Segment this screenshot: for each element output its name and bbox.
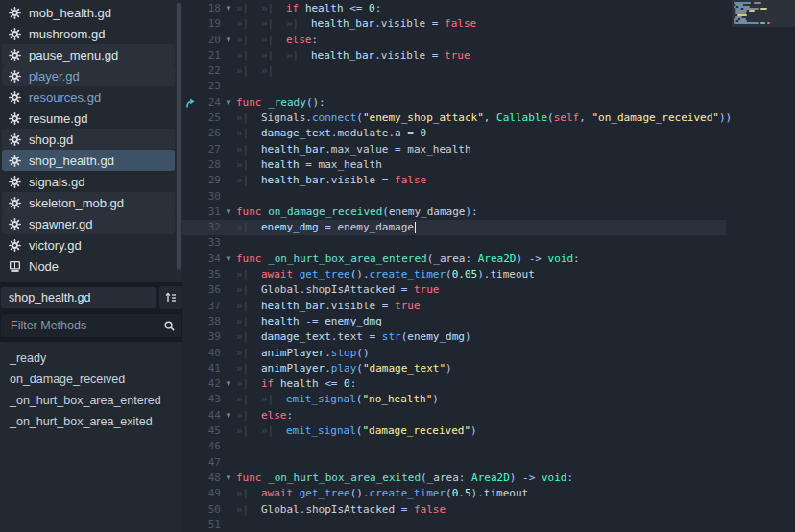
token: = — [432, 17, 445, 30]
method-list-item[interactable]: _on_hurt_box_area_exited — [4, 411, 175, 432]
code-line-18[interactable]: 18▼»|»|if health <= 0: — [182, 1, 795, 16]
code-line-47[interactable]: 47 — [182, 455, 795, 471]
code-line-27[interactable]: 27»|health_bar.max_value = max_health — [182, 142, 795, 157]
token: create_timer — [370, 268, 446, 280]
fold-arrow-icon[interactable]: ▼ — [221, 252, 236, 267]
token: modulate — [337, 127, 388, 139]
code-line-44[interactable]: 44▼»|else: — [182, 408, 795, 423]
method-list-item[interactable]: on_damage_received — [4, 369, 175, 390]
line-number: 38 — [198, 314, 221, 329]
code-line-50[interactable]: 50»|Global.shopIsAttacked = false — [182, 502, 795, 518]
code-line-33[interactable]: 33 — [182, 235, 795, 251]
method-list: _readyon_damage_received_on_hurt_box_are… — [0, 342, 182, 532]
script-list-scrollbar[interactable] — [176, 2, 181, 280]
fold-arrow-icon[interactable]: ▼ — [221, 408, 236, 423]
token: : — [287, 409, 294, 422]
fold-arrow-icon[interactable]: ▼ — [221, 376, 236, 392]
token: ( — [421, 472, 427, 484]
token: 0.05 — [452, 268, 478, 280]
script-picker-value: shop_health.gd — [9, 291, 91, 304]
line-number: 45 — [198, 423, 221, 439]
script-list-item-skeleton_mob-gd[interactable]: skeleton_mob.gd — [2, 192, 175, 213]
code-line-51[interactable]: 51 — [182, 518, 795, 532]
fold-arrow-icon[interactable]: ▼ — [221, 471, 236, 486]
filter-methods-input[interactable] — [9, 318, 163, 333]
code-editor[interactable]: 18▼»|»|if health <= 0:19»|»|»|health_bar… — [182, 0, 795, 532]
script-list-item-spawner-gd[interactable]: spawner.gd — [2, 213, 175, 234]
token: func — [236, 472, 268, 484]
code-line-text: »|»|emit_signal("no_health") — [236, 392, 795, 407]
code-line-34[interactable]: 34▼func _on_hurt_box_area_entered(_area:… — [182, 252, 795, 267]
tab-indicator: »| — [261, 16, 286, 32]
code-line-26[interactable]: 26»|damage_text.modulate.a = 0 — [182, 126, 795, 141]
token: = — [395, 143, 407, 156]
code-line-38[interactable]: 38»|health -= enemy_dmg — [182, 314, 795, 329]
code-line-30[interactable]: 30 — [182, 189, 795, 205]
code-line-43[interactable]: 43»|»|emit_signal("no_health") — [182, 392, 795, 407]
code-line-48[interactable]: 48▼func _on_hurt_box_area_exited(_area: … — [182, 471, 795, 486]
fold-arrow-icon[interactable]: ▼ — [221, 95, 236, 110]
code-line-29[interactable]: 29»|health_bar.visible = false — [182, 173, 795, 188]
code-line-text: »|health_bar.visible = true — [236, 299, 795, 314]
script-list-item-mob_health-gd[interactable]: mob_health.gd — [2, 2, 175, 23]
code-line-31[interactable]: 31▼func on_damage_received(enemy_damage)… — [182, 205, 795, 220]
code-line-36[interactable]: 36»|Global.shopIsAttacked = true — [182, 282, 795, 298]
code-line-41[interactable]: 41»|animPlayer.play("damage_text") — [182, 361, 795, 376]
code-area[interactable]: 18▼»|»|if health <= 0:19»|»|»|health_bar… — [182, 1, 795, 532]
tab-indicator: »| — [261, 63, 286, 79]
code-line-40[interactable]: 40»|animPlayer.stop() — [182, 346, 795, 361]
code-line-20[interactable]: 20▼»|»|else: — [182, 33, 795, 48]
code-line-42[interactable]: 42▼»|if health <= 0: — [182, 376, 795, 392]
token: false — [414, 503, 446, 516]
code-line-22[interactable]: 22»|»| — [182, 63, 795, 79]
script-picker-dropdown[interactable]: shop_health.gd — [0, 286, 157, 309]
token: health — [305, 2, 349, 14]
script-list-item-resume-gd[interactable]: resume.gd — [2, 108, 175, 129]
code-line-28[interactable]: 28»|health = max_health — [182, 157, 795, 173]
token: , — [484, 111, 496, 124]
code-line-19[interactable]: 19»|»|»|health_bar.visible = false — [182, 16, 795, 32]
code-line-37[interactable]: 37»|health_bar.visible = true — [182, 299, 795, 314]
tab-indicator: »| — [236, 267, 261, 282]
code-line-46[interactable]: 46 — [182, 439, 795, 454]
script-list-item-shop_health-gd[interactable]: shop_health.gd — [2, 150, 175, 171]
token: max_health — [319, 158, 382, 171]
code-line-21[interactable]: 21»|»|»|health_bar.visible = true — [182, 48, 795, 63]
fold-arrow-icon[interactable]: ▼ — [221, 33, 236, 48]
script-list-item-mushroom-gd[interactable]: mushroom.gd — [2, 23, 175, 44]
line-number: 49 — [198, 486, 221, 501]
token: : — [573, 253, 580, 265]
line-number: 19 — [198, 16, 221, 32]
fold-arrow-icon[interactable]: ▼ — [221, 1, 236, 16]
script-list-item-victory-gd[interactable]: victory.gd — [2, 234, 175, 255]
script-list-item-Node[interactable]: Node — [2, 255, 175, 277]
script-list-item-pause_menu-gd[interactable]: pause_menu.gd — [2, 44, 175, 65]
minimap[interactable] — [732, 0, 795, 96]
code-line-25[interactable]: 25»|Signals.connect("enemy_shop_attack",… — [182, 110, 795, 126]
sort-methods-button[interactable] — [159, 286, 182, 309]
method-list-item[interactable]: _ready — [4, 348, 175, 369]
script-list-item-shop-gd[interactable]: shop.gd — [2, 129, 175, 150]
filter-methods-field — [0, 313, 182, 338]
line-number: 47 — [198, 455, 221, 471]
tab-indicator: »| — [236, 299, 261, 314]
token: Global — [261, 283, 300, 296]
code-line-24[interactable]: 24▼func _ready(): — [182, 95, 795, 110]
script-list-item-player-gd[interactable]: player.gd — [2, 65, 175, 86]
token: ) — [446, 362, 452, 375]
code-line-32[interactable]: 32»|enemy_dmg = enemy_damage — [182, 220, 726, 235]
token: _area — [427, 472, 459, 484]
tab-indicator: »| — [236, 110, 261, 126]
script-list-item-signals-gd[interactable]: signals.gd — [2, 171, 175, 192]
code-line-23[interactable]: 23 — [182, 79, 795, 94]
code-line-39[interactable]: 39»|damage_text.text = str(enemy_dmg) — [182, 329, 795, 345]
tab-indicator: »| — [236, 173, 261, 188]
code-line-35[interactable]: 35»|await get_tree().create_timer(0.05).… — [182, 267, 795, 282]
code-line-45[interactable]: 45»|»|emit_signal("damage_received") — [182, 423, 795, 439]
signal-connection-icon[interactable] — [182, 97, 198, 109]
fold-arrow-icon[interactable]: ▼ — [221, 205, 236, 220]
method-list-item[interactable]: _on_hurt_box_area_entered — [4, 390, 175, 411]
code-line-49[interactable]: 49»|await get_tree().create_timer(0.5).t… — [182, 486, 795, 501]
script-list-item-resources-gd[interactable]: resources.gd — [2, 86, 175, 108]
token: enemy_dmg — [407, 330, 465, 343]
